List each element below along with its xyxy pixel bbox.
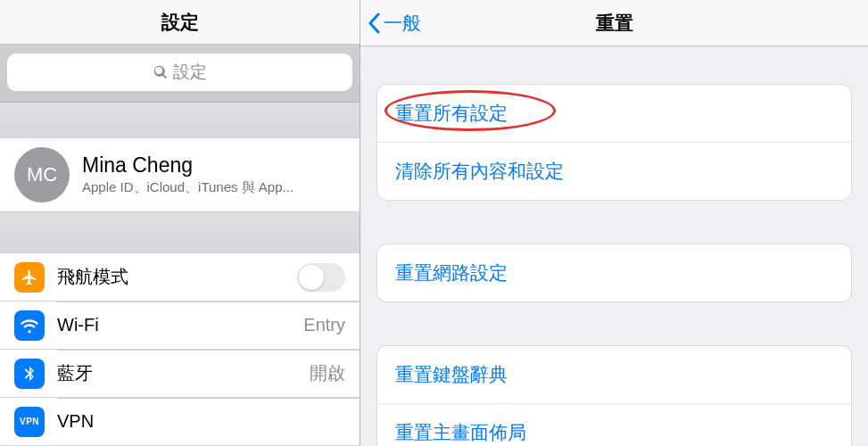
sidebar-item-airplane[interactable]: 飛航模式: [0, 253, 360, 301]
avatar: MC: [14, 147, 70, 202]
account-name: Mina Cheng: [82, 153, 293, 178]
apple-id-row[interactable]: MC Mina Cheng Apple ID、iCloud、iTunes 與 A…: [0, 137, 360, 213]
back-label: 一般: [384, 11, 421, 36]
search-input[interactable]: 設定: [7, 54, 352, 91]
sidebar-title: 設定: [161, 10, 199, 35]
vpn-label: VPN: [57, 411, 345, 432]
reset-group-2: 重置網路設定: [376, 244, 852, 302]
airplane-label: 飛航模式: [57, 265, 285, 289]
wifi-value: Entry: [303, 315, 345, 335]
detail-panel: 一般 重置 重置所有設定 清除所有內容和設定 重置網路設定 重置鍵盤辭典 重置主…: [360, 0, 868, 446]
search-placeholder: 設定: [173, 61, 207, 84]
reset-keyboard-dict[interactable]: 重置鍵盤辭典: [377, 346, 851, 403]
detail-title: 重置: [360, 11, 868, 36]
reset-group-3: 重置鍵盤辭典 重置主畫面佈局 重置定位服務與隱私權: [376, 345, 852, 446]
reset-group-1: 重置所有設定 清除所有內容和設定: [376, 84, 852, 201]
sidebar-item-vpn[interactable]: VPN VPN: [0, 398, 360, 446]
apple-id-text: Mina Cheng Apple ID、iCloud、iTunes 與 App.…: [82, 153, 293, 196]
detail-content: 重置所有設定 清除所有內容和設定 重置網路設定 重置鍵盤辭典 重置主畫面佈局 重…: [360, 46, 868, 446]
search-container: 設定: [0, 45, 360, 103]
reset-all-settings[interactable]: 重置所有設定: [377, 85, 851, 142]
section-gap: [0, 103, 360, 136]
airplane-icon: [14, 262, 45, 293]
chevron-left-icon: [368, 12, 380, 34]
account-subtitle: Apple ID、iCloud、iTunes 與 App...: [82, 179, 293, 196]
bluetooth-icon: [14, 359, 45, 389]
reset-network[interactable]: 重置網路設定: [377, 244, 851, 301]
wifi-icon: [14, 310, 45, 341]
airplane-switch[interactable]: [297, 263, 345, 292]
reset-home-layout[interactable]: 重置主畫面佈局: [377, 403, 851, 446]
erase-all-content[interactable]: 清除所有內容和設定: [377, 142, 851, 200]
sidebar-item-bluetooth[interactable]: 藍牙 開啟: [0, 350, 360, 398]
sidebar-item-wifi[interactable]: Wi-Fi Entry: [0, 301, 360, 350]
back-button[interactable]: 一般: [360, 11, 421, 36]
vpn-icon: VPN: [14, 407, 45, 437]
settings-sidebar: 設定 設定 MC Mina Cheng Apple ID、iCloud、iTun…: [0, 0, 360, 446]
bluetooth-label: 藍牙: [57, 361, 297, 385]
sidebar-header: 設定: [0, 0, 360, 45]
detail-header: 一般 重置: [360, 0, 868, 46]
search-icon: [153, 65, 168, 79]
section-gap: [0, 212, 360, 253]
bluetooth-value: 開啟: [310, 361, 345, 385]
wifi-label: Wi-Fi: [57, 315, 291, 335]
